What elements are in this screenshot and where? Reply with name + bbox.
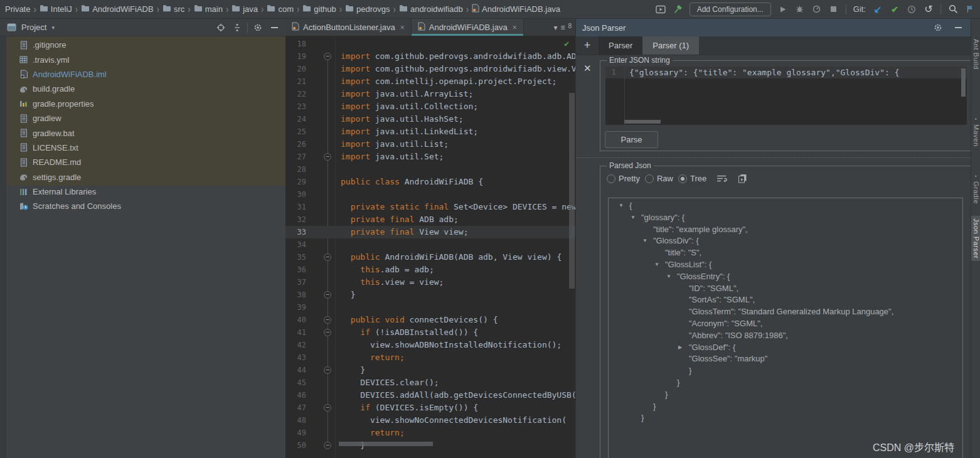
tree-collapse-icon[interactable]: ▼ (619, 200, 624, 212)
json-input-horizontal-scrollbar[interactable] (624, 120, 661, 124)
code-line[interactable]: 25import java.util.LinkedList; (285, 125, 575, 138)
json-input-vertical-scrollbar[interactable] (961, 68, 966, 97)
tree-collapse-icon[interactable]: ▼ (654, 259, 659, 271)
tree-expand-icon[interactable]: ▶ (678, 342, 682, 354)
code-line[interactable]: 45 DEVICES.clear(); (285, 376, 575, 389)
editor-tab[interactable]: ActionButtonListener.java× (285, 19, 412, 36)
code-line[interactable]: 35− public AndroidWiFiADB(ADB adb, View … (285, 251, 575, 264)
tree-row[interactable]: "ID": "SGML", (609, 283, 962, 295)
commit-check-icon[interactable]: ✔ (890, 4, 900, 15)
code-line[interactable]: 26import java.util.List; (285, 138, 575, 151)
code-line[interactable]: 27−import java.util.Set; (285, 151, 575, 163)
breadcrumb-item[interactable]: main (194, 4, 223, 14)
fold-marker[interactable]: − (324, 442, 331, 449)
breadcrumb-item[interactable]: AndroidWiFiADB (81, 4, 154, 14)
locate-target-icon[interactable] (215, 21, 227, 34)
parser-tab[interactable]: Parser (599, 36, 642, 55)
code-line[interactable]: 29public class AndroidWiFiADB { (285, 176, 575, 188)
code-line[interactable]: 38− } (285, 289, 575, 301)
breadcrumb-item[interactable]: github (302, 4, 336, 14)
code-line[interactable]: 49 return; (285, 427, 575, 439)
copy-icon[interactable] (738, 174, 747, 183)
fold-marker[interactable]: − (324, 329, 331, 336)
tool-stripe-json-parser[interactable]: Json Parser (971, 216, 980, 261)
code-line[interactable]: 33 private final View view; (285, 226, 575, 238)
code-line[interactable]: 22import java.util.ArrayList; (285, 88, 575, 100)
add-parser-tab-button[interactable]: + (576, 36, 599, 55)
breadcrumb-item[interactable]: androidwifiadb (399, 4, 463, 14)
update-project-icon[interactable]: ↙ (873, 4, 883, 15)
gear-icon[interactable] (252, 21, 264, 34)
tree-row[interactable]: ▼{ (609, 200, 962, 212)
code-line[interactable]: 24import java.util.HashSet; (285, 113, 575, 125)
project-file-row[interactable]: External Libraries (6, 184, 285, 199)
project-file-row[interactable]: gradle.properties (6, 97, 285, 111)
tree-collapse-icon[interactable]: ▼ (666, 271, 671, 283)
rollback-icon[interactable]: ↺ (924, 4, 934, 15)
tool-stripe-maven[interactable]: ▪Maven (971, 114, 980, 149)
close-parser-icon[interactable]: ✕ (583, 63, 592, 74)
inspection-ok-icon[interactable]: ✔ (564, 39, 569, 48)
code-line[interactable]: 36 this.adb = adb; (285, 264, 575, 276)
gear-icon[interactable] (932, 21, 944, 34)
editor-vertical-scrollbar[interactable] (569, 93, 575, 289)
fold-marker[interactable]: − (324, 366, 331, 374)
breadcrumb-item[interactable]: InteliJ (40, 4, 72, 14)
code-line[interactable]: 44− } (285, 364, 575, 376)
project-file-row[interactable]: LICENSE.txt (6, 141, 285, 155)
code-line[interactable]: 31 private static final Set<Device> DEVI… (285, 201, 575, 213)
json-input-text[interactable]: {"glossary": {"title": "example glossary… (629, 67, 899, 78)
code-line[interactable]: 46 DEVICES.addAll(adb.getDevicesConnecte… (285, 389, 575, 402)
editor-horizontal-scrollbar[interactable] (339, 442, 433, 446)
project-file-row[interactable]: README.md (6, 155, 285, 169)
editor-tab[interactable]: AndroidWiFiADB.java× (412, 19, 524, 36)
tree-row[interactable]: ▼"glossary": { (609, 212, 962, 224)
project-file-row[interactable]: Scratches and Consoles (6, 199, 285, 213)
fold-marker[interactable]: − (324, 291, 331, 299)
code-line[interactable]: 42 view.showADBNotInstalledNotification(… (285, 339, 575, 351)
project-file-row[interactable]: .travis.yml (6, 52, 285, 67)
tree-row[interactable]: "title": "example glossary", (609, 224, 962, 236)
code-line[interactable]: 28 (285, 163, 575, 176)
add-configuration-button[interactable]: Add Configuration... (690, 3, 771, 16)
tool-stripe-ant-build[interactable]: Ant Build (971, 36, 980, 72)
tree-row[interactable]: "Acronym": "SGML", (609, 318, 962, 330)
json-input-editor[interactable]: 1 {"glossary": {"title": "example glossa… (605, 67, 967, 125)
tree-row[interactable]: ▼"GlossEntry": { (609, 271, 962, 283)
code-line[interactable]: 30 (285, 188, 575, 201)
tab-close-icon[interactable]: × (513, 23, 517, 32)
tree-collapse-icon[interactable]: ▼ (631, 212, 636, 224)
breadcrumb-item[interactable]: pedrovgs (345, 4, 390, 14)
build-hammer-icon[interactable] (673, 4, 683, 15)
code-line[interactable]: 48 view.showNoConnectedDevicesNotificati… (285, 414, 575, 427)
tree-row[interactable]: ▼"GlossList": { (609, 259, 962, 271)
breadcrumb-item[interactable]: AndroidWiFiADB.java (472, 4, 560, 14)
tree-row[interactable]: } (609, 401, 962, 413)
project-panel-title[interactable]: Project (21, 23, 46, 32)
tab-dropdown-icon[interactable]: ▾ (553, 23, 557, 32)
code-line[interactable]: 20import com.github.pedrovgs.androidwifi… (285, 63, 575, 75)
project-file-row[interactable]: .gitignore (6, 38, 285, 52)
breadcrumb-item[interactable]: com (267, 4, 294, 14)
hide-panel-icon[interactable] (268, 21, 280, 34)
tree-collapse-icon[interactable]: ▼ (642, 235, 647, 247)
tree-row[interactable]: } (609, 412, 962, 424)
fold-marker[interactable]: − (324, 153, 331, 161)
notifications-flag-icon[interactable] (965, 4, 975, 15)
fold-marker[interactable]: − (324, 253, 331, 261)
fold-marker[interactable]: − (324, 316, 331, 324)
radio-pretty[interactable]: Pretty (607, 174, 640, 183)
tree-row[interactable]: "GlossTerm": "Standard Generalized Marku… (609, 306, 962, 318)
code-line[interactable]: 23import java.util.Collection; (285, 100, 575, 113)
tab-list-icon[interactable]: ≡ (560, 23, 565, 32)
project-tool-icon[interactable] (5, 21, 18, 34)
radio-circle-icon[interactable] (607, 174, 615, 183)
tree-row[interactable]: ▼"GlossDiv": { (609, 235, 962, 247)
code-line[interactable]: 18 (285, 38, 575, 50)
project-file-row[interactable]: build.gradle (6, 82, 285, 96)
tree-row[interactable]: } (609, 377, 962, 389)
tree-row[interactable]: "Abbrev": "ISO 8879:1986", (609, 330, 962, 342)
project-file-row[interactable]: AndroidWiFiADB.iml (6, 67, 285, 82)
code-line[interactable]: 34 (285, 238, 575, 251)
code-line[interactable]: 43 return; (285, 351, 575, 364)
